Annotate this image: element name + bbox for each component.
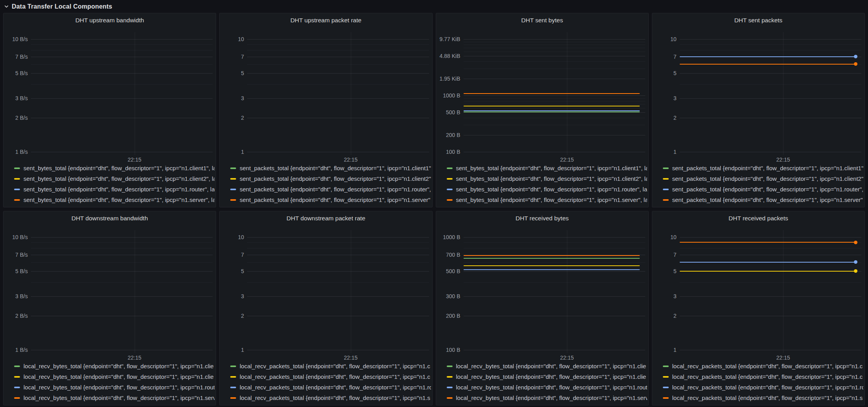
legend-item[interactable]: sent_packets_total {endpoint="dht", flow… (230, 173, 431, 184)
legend-item[interactable]: local_recv_packets_total {endpoint="dht"… (663, 382, 863, 393)
gridline-minor (464, 42, 645, 42)
gridline-major (680, 98, 861, 99)
legend-swatch-yellow (447, 376, 453, 378)
y-axis-tick-label: 7 (652, 54, 677, 60)
gridline-major (464, 237, 645, 238)
legend-label: local_recv_bytes_total {endpoint="dht", … (23, 394, 215, 401)
gridline-major (464, 271, 645, 272)
legend-item[interactable]: sent_packets_total {endpoint="dht", flow… (663, 184, 863, 194)
y-axis-tick-label: 1 B/s (4, 149, 28, 155)
legend-item[interactable]: local_recv_packets_total {endpoint="dht"… (230, 382, 431, 393)
panel-title[interactable]: DHT sent packets (652, 13, 864, 27)
legend-label: sent_bytes_total {endpoint="dht", flow_d… (456, 175, 647, 182)
panel-title[interactable]: DHT upstream packet rate (220, 13, 432, 27)
legend-label: local_recv_packets_total {endpoint="dht"… (672, 363, 863, 369)
legend-label: local_recv_packets_total {endpoint="dht"… (240, 394, 430, 401)
panel-dht-sent-bytes: DHT sent bytes9.77 KiB4.88 KiB1.95 KiB10… (436, 13, 649, 207)
series-point-blue (854, 55, 857, 58)
gridline-minor (680, 50, 861, 50)
gridline-major (31, 316, 213, 316)
legend-item[interactable]: sent_bytes_total {endpoint="dht", flow_d… (447, 163, 647, 173)
legend-item[interactable]: local_recv_bytes_total {endpoint="dht", … (447, 361, 647, 371)
legend: sent_packets_total {endpoint="dht", flow… (663, 163, 863, 205)
y-axis-tick-label: 500 B (436, 268, 460, 274)
y-axis-tick-label: 1 (652, 149, 677, 155)
series-line-yellow (680, 271, 856, 272)
panel-title[interactable]: DHT downstream bandwidth (4, 211, 216, 225)
legend-item[interactable]: sent_packets_total {endpoint="dht", flow… (663, 173, 863, 184)
legend-item[interactable]: local_recv_packets_total {endpoint="dht"… (663, 361, 863, 371)
gridline-major (31, 118, 213, 118)
panel-title[interactable]: DHT downstream packet rate (220, 211, 432, 225)
plot-area: 10 B/s7 B/s5 B/s3 B/s2 B/s1 B/s22:15 (4, 225, 213, 358)
legend-label: local_recv_packets_total {endpoint="dht"… (240, 373, 430, 380)
series-line-green (464, 258, 640, 259)
gridline-minor (247, 84, 429, 85)
plot-area: 107532122:15 (652, 225, 862, 358)
legend-item[interactable]: sent_bytes_total {endpoint="dht", flow_d… (14, 163, 215, 173)
dashboard-row-toggle[interactable]: Data Transfer Local Components (0, 0, 868, 13)
y-axis-tick-label: 3 (652, 95, 677, 101)
legend-item[interactable]: sent_packets_total {endpoint="dht", flow… (663, 163, 863, 173)
panel-title[interactable]: DHT sent bytes (436, 13, 648, 27)
gridline-major (464, 152, 645, 152)
legend-item[interactable]: local_recv_packets_total {endpoint="dht"… (663, 393, 863, 403)
y-axis-tick-label: 9.77 KiB (436, 36, 460, 42)
legend-item[interactable]: sent_bytes_total {endpoint="dht", flow_d… (14, 184, 215, 194)
y-axis-tick-label: 10 (220, 234, 244, 240)
series-point-yellow (854, 269, 857, 273)
y-axis-tick-label: 200 B (436, 132, 460, 138)
y-axis-tick-label: 5 (220, 70, 244, 76)
y-axis-tick-label: 5 (220, 268, 244, 274)
legend-item[interactable]: sent_bytes_total {endpoint="dht", flow_d… (14, 173, 215, 184)
legend-swatch-blue (230, 387, 236, 388)
y-axis-tick-label: 1 (652, 347, 677, 353)
legend-item[interactable]: sent_packets_total {endpoint="dht", flow… (663, 194, 863, 205)
legend-item[interactable]: sent_packets_total {endpoint="dht", flow… (230, 163, 431, 173)
y-axis-tick-label: 1000 B (436, 92, 460, 99)
gridline-major (680, 152, 861, 152)
gridline-major (464, 296, 645, 297)
legend-item[interactable]: local_recv_bytes_total {endpoint="dht", … (14, 382, 215, 393)
legend-item[interactable]: local_recv_bytes_total {endpoint="dht", … (447, 382, 647, 393)
legend-label: local_recv_bytes_total {endpoint="dht", … (456, 373, 646, 380)
legend-item[interactable]: sent_bytes_total {endpoint="dht", flow_d… (447, 194, 647, 205)
y-axis-tick-label: 5 B/s (4, 70, 28, 76)
legend-label: sent_packets_total {endpoint="dht", flow… (240, 196, 430, 203)
legend: local_recv_packets_total {endpoint="dht"… (663, 361, 863, 403)
gridline-major (680, 73, 861, 74)
gridline-minor (464, 108, 645, 108)
panel-dht-downstream-packet-rate: DHT downstream packet rate107532122:15lo… (219, 211, 432, 405)
legend-item[interactable]: local_recv_packets_total {endpoint="dht"… (230, 361, 431, 371)
legend-item[interactable]: sent_bytes_total {endpoint="dht", flow_d… (447, 173, 647, 184)
legend-item[interactable]: local_recv_bytes_total {endpoint="dht", … (14, 361, 215, 371)
legend-label: sent_bytes_total {endpoint="dht", flow_d… (456, 165, 647, 171)
legend-item[interactable]: local_recv_bytes_total {endpoint="dht", … (447, 393, 647, 403)
legend-label: local_recv_bytes_total {endpoint="dht", … (456, 384, 647, 391)
legend-item[interactable]: local_recv_packets_total {endpoint="dht"… (230, 371, 431, 382)
legend-item[interactable]: local_recv_bytes_total {endpoint="dht", … (447, 371, 647, 382)
panel-title[interactable]: DHT received packets (652, 211, 864, 225)
legend-item[interactable]: local_recv_bytes_total {endpoint="dht", … (14, 393, 215, 403)
panel-title[interactable]: DHT received bytes (436, 211, 648, 225)
panel-dht-upstream-bandwidth: DHT upstream bandwidth10 B/s7 B/s5 B/s3 … (3, 13, 216, 207)
legend-item[interactable]: sent_bytes_total {endpoint="dht", flow_d… (447, 184, 647, 194)
legend-item[interactable]: local_recv_packets_total {endpoint="dht"… (663, 371, 863, 382)
grafana-dashboard: Data Transfer Local Components DHT upstr… (0, 0, 868, 405)
gridline-major (247, 39, 429, 40)
gridline-major (247, 316, 429, 316)
series-line-orange (680, 242, 856, 243)
legend-item[interactable]: local_recv_bytes_total {endpoint="dht", … (14, 371, 215, 382)
legend-item[interactable]: sent_bytes_total {endpoint="dht", flow_d… (14, 194, 215, 205)
y-axis-tick-label: 10 (220, 36, 244, 42)
legend-swatch-orange (663, 199, 669, 201)
legend-label: sent_bytes_total {endpoint="dht", flow_d… (23, 165, 215, 171)
y-axis-tick-label: 1 B/s (4, 347, 28, 353)
legend-item[interactable]: sent_packets_total {endpoint="dht", flow… (230, 184, 431, 194)
legend-item[interactable]: local_recv_packets_total {endpoint="dht"… (230, 393, 431, 403)
legend: sent_bytes_total {endpoint="dht", flow_d… (447, 163, 647, 205)
panel-title[interactable]: DHT upstream bandwidth (4, 13, 216, 27)
y-axis-tick-label: 1 (220, 347, 244, 353)
legend-item[interactable]: sent_packets_total {endpoint="dht", flow… (230, 194, 431, 205)
x-axis-tick-label: 22:15 (560, 355, 574, 361)
